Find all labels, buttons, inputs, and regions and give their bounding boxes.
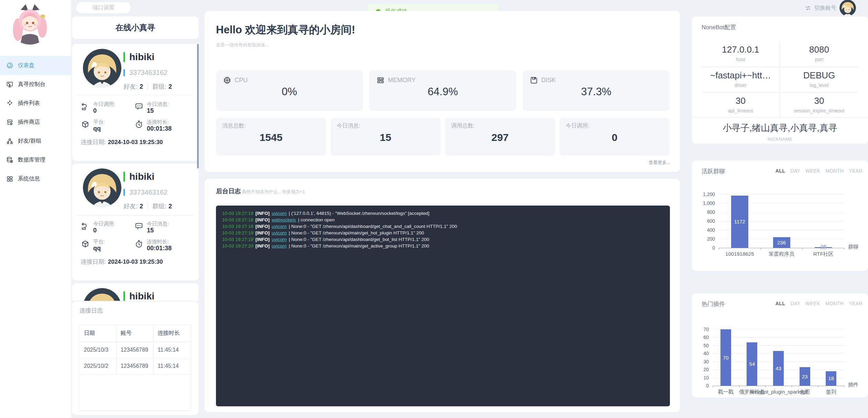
logger-link[interactable]: uvicorn: [272, 211, 287, 216]
sidebar-item-plugin-list[interactable]: 插件列表: [0, 94, 71, 113]
bot-name: hibiki: [129, 52, 154, 63]
chart-tab-all[interactable]: ALL: [775, 301, 785, 306]
gridline: [713, 386, 844, 386]
stat-duration: 连接时长:00:01:38: [134, 119, 172, 132]
bot-avatar: [83, 49, 121, 87]
chart-bar[interactable]: 16: [815, 247, 832, 248]
sidebar-item-label: 数据库管理: [18, 156, 45, 164]
chart-tab-week[interactable]: WEEK: [805, 301, 820, 306]
total-calls-card: 调用总数: 297: [445, 118, 555, 156]
bot-list-scrollbar[interactable]: [197, 44, 199, 168]
backend-logs-panel: 后台日志 虽然不知道为什么，但是视力+1 10-03 19:27:18[INFO…: [205, 179, 680, 412]
stat-calls-today: 今日调用:0: [81, 101, 115, 114]
sidebar-item-database[interactable]: 数据库管理: [0, 151, 71, 169]
bot-name: hibiki: [129, 171, 154, 182]
stat-platform: 平台:qq: [81, 119, 105, 132]
sidebar-item-system-info[interactable]: 系统信息: [0, 169, 71, 188]
sidebar-item-dashboard[interactable]: 仪表盘: [0, 56, 71, 75]
gridline: [713, 329, 844, 330]
bot-counts: 好友:2 群组:2: [123, 82, 172, 91]
active-groups-title: 活跃群聊: [702, 167, 725, 175]
stopwatch-icon: [134, 240, 143, 249]
x-axis-category-label: 1001918625: [725, 251, 754, 257]
logger-link[interactable]: websockets: [272, 217, 296, 222]
logger-link[interactable]: uvicorn: [272, 243, 287, 249]
chart-range-tabs: ALLDAYWEEKMONTHYEAR: [775, 168, 862, 174]
axis-tick: [818, 386, 818, 387]
today-messages-card: 今日消息: 15: [330, 118, 441, 156]
bar-value-label: 54: [749, 361, 755, 367]
y-axis-tick-label: 70: [703, 327, 709, 332]
bot-list[interactable]: hibiki 3373463162 好友:2 群组:2 今日调用:0 今日消息:…: [72, 42, 199, 301]
y-axis-tick-label: 20: [703, 367, 709, 372]
bot-card[interactable]: hibiki: [72, 283, 199, 301]
log-terminal[interactable]: 10-03 19:27:18[INFO]uvicorn| ('127.0.0.1…: [216, 206, 670, 406]
sidebar-item-plugin-store[interactable]: 插件商店: [0, 113, 71, 132]
backend-logs-title: 后台日志: [216, 187, 241, 195]
chart-bar[interactable]: 236: [773, 237, 790, 248]
database-icon: [6, 156, 13, 164]
bot-counts: 好友:2 群组:2: [123, 202, 172, 210]
x-axis-name: 插件: [848, 382, 858, 388]
y-axis-tick-label: 600: [707, 218, 715, 224]
cube-icon: [81, 120, 90, 129]
chart-tab-week[interactable]: WEEK: [805, 168, 820, 174]
config-driver: ~fastapi+~htt…driver: [702, 67, 780, 92]
y-axis-tick-label: 200: [707, 236, 715, 242]
sidebar: 仪表盘 真寻控制台 插件列表 插件商店 好友/群组 数据库管理: [0, 0, 71, 418]
port-settings-button[interactable]: 端口设置: [76, 1, 131, 14]
sidebar-item-friends-groups[interactable]: 好友/群组: [0, 132, 71, 151]
logger-link[interactable]: uvicorn: [272, 237, 287, 242]
see-more-link[interactable]: 查看更多...: [649, 160, 670, 166]
col-account: 账号: [116, 325, 153, 342]
y-axis-tick-label: 10: [703, 375, 709, 381]
chart-bar[interactable]: 54: [747, 342, 757, 386]
chart-bar[interactable]: 23: [800, 367, 810, 386]
chart-tab-year[interactable]: YEAR: [849, 168, 862, 174]
sidebar-item-label: 仪表盘: [18, 62, 34, 69]
chart-tab-month[interactable]: MONTH: [825, 301, 844, 306]
switch-account[interactable]: 切换账号: [805, 0, 856, 16]
chart-tab-all[interactable]: ALL: [775, 168, 785, 174]
hot-plugins-bar-chart: 01020304050607070戳一戳54俄罗斯轮盘43nonebot_plu…: [713, 329, 844, 386]
chart-tab-day[interactable]: DAY: [790, 168, 800, 174]
config-log-level: DEBUGlog_level: [780, 67, 858, 92]
bar-value-label: 236: [777, 240, 786, 245]
chart-tab-month[interactable]: MONTH: [825, 168, 844, 174]
axis-tick: [765, 386, 766, 387]
chart-tab-day[interactable]: DAY: [790, 301, 800, 306]
sidebar-item-console[interactable]: 真寻控制台: [0, 75, 71, 94]
logger-link[interactable]: uvicorn: [272, 230, 287, 235]
axis-tick: [719, 248, 719, 250]
connection-log-title: 连接日志: [79, 307, 103, 315]
logger-link[interactable]: uvicorn: [272, 224, 287, 229]
gridline: [719, 194, 844, 195]
disk-icon: [530, 76, 538, 85]
sidebar-item-label: 真寻控制台: [18, 81, 45, 88]
bot-avatar: [83, 168, 121, 207]
name-accent-bar: [123, 52, 125, 62]
chart-bar[interactable]: 70: [720, 329, 731, 386]
user-avatar[interactable]: [839, 0, 856, 16]
log-line: 10-03 19:27:19[INFO]uvicorn| None:0 - "G…: [222, 223, 664, 230]
welcome-panel: Hello 欢迎来到真寻的小房间! 这是一场传奇的冒险旅途... CPU 0% …: [205, 11, 680, 172]
bar-value-label: 16: [821, 244, 826, 250]
bot-id: 3373463162: [129, 188, 167, 196]
axis-tick: [844, 386, 845, 387]
config-title: NoneBot配置: [702, 23, 736, 31]
return-arrow-icon: [81, 102, 90, 111]
chart-bar[interactable]: 43: [773, 351, 784, 386]
nonebot-config-panel: NoneBot配置 127.0.0.1host 8080port ~fastap…: [692, 16, 868, 144]
memory-value: 64.9%: [369, 86, 516, 98]
x-axis-category-label: 笨蛋程序员: [769, 251, 794, 257]
bar-value-label: 70: [723, 355, 729, 361]
cpu-value: 0%: [216, 86, 363, 98]
chart-bar[interactable]: 18: [826, 371, 836, 386]
y-axis-tick-label: 400: [707, 227, 715, 233]
chart-tab-year[interactable]: YEAR: [849, 301, 862, 306]
bot-card[interactable]: hibiki 3373463162 好友:2 群组:2 今日调用:0 今日消息:…: [72, 44, 199, 161]
chart-bar[interactable]: 1172: [731, 196, 748, 248]
friends-icon: [6, 138, 13, 145]
chat-bubble-icon: [134, 222, 143, 231]
bot-card[interactable]: hibiki 3373463162 好友:2 群组:2 今日调用:0 今日消息:…: [72, 164, 199, 280]
